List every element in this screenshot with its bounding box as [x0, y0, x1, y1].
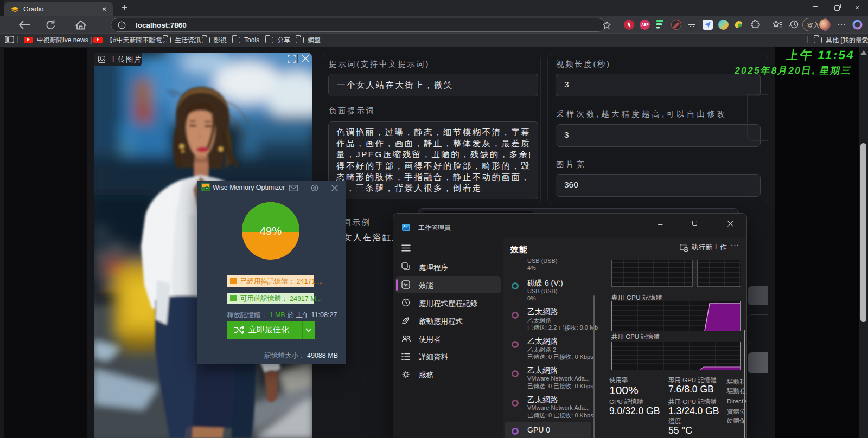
svg-text:49%: 49% — [260, 225, 282, 237]
